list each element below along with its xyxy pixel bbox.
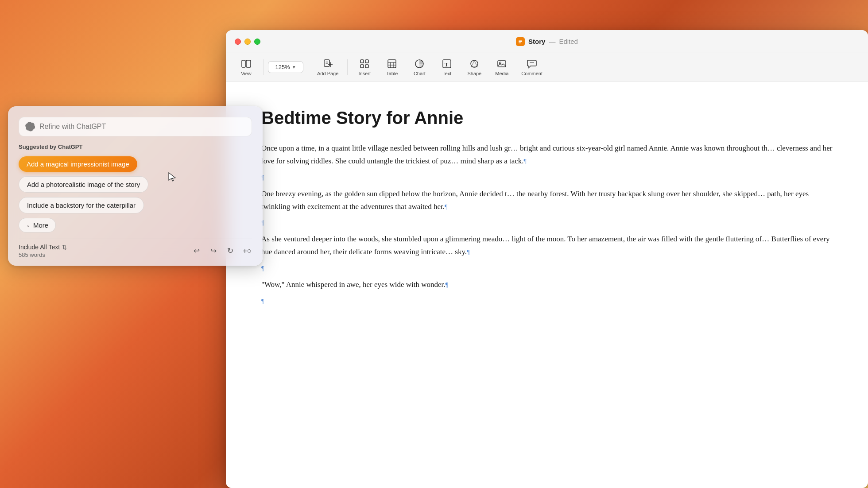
close-button[interactable] — [235, 39, 241, 45]
media-label: Media — [495, 71, 508, 76]
pilcrow-7: ¶ — [446, 282, 448, 288]
toolbar-view[interactable]: View — [234, 56, 259, 79]
chatgpt-panel: Suggested by ChatGPT Add a magical impre… — [8, 106, 263, 266]
svg-rect-25 — [498, 61, 506, 67]
doc-para-break-3: ¶ — [261, 262, 833, 275]
svg-rect-14 — [365, 65, 368, 68]
svg-marker-24 — [471, 61, 477, 67]
text-label: Text — [442, 71, 451, 76]
doc-title: Bedtime Story for Annie — [261, 108, 833, 128]
doc-para-3: As she ventured deeper into the woods, s… — [261, 233, 833, 259]
chevron-down-icon: ⌄ — [26, 222, 30, 228]
chatgpt-icon — [25, 122, 35, 132]
window-title-status: Edited — [559, 38, 578, 45]
chart-icon — [414, 58, 425, 69]
include-text-arrows: ⇅ — [62, 244, 67, 251]
shape-icon — [469, 58, 480, 69]
titlebar: Story — Edited — [226, 30, 868, 53]
zoom-chevron: ▼ — [292, 65, 296, 70]
more-button[interactable]: ⌄ More — [19, 218, 56, 232]
view-icon — [241, 58, 252, 69]
view-label: View — [241, 71, 252, 76]
maximize-button[interactable] — [254, 39, 260, 45]
word-count: 585 words — [19, 252, 67, 258]
pilcrow-5: ¶ — [467, 249, 469, 256]
toolbar-divider-2 — [308, 59, 308, 75]
add-page-label: Add Page — [317, 71, 338, 76]
table-label: Table — [386, 71, 398, 76]
suggestion-photorealistic-image[interactable]: Add a photorealistic image of the story — [19, 176, 148, 193]
doc-para-1: Once upon a time, in a quaint little vil… — [261, 142, 833, 168]
suggestion-backstory-caterpillar[interactable]: Include a backstory for the caterpillar — [19, 197, 144, 213]
insert-label: Insert — [359, 71, 371, 76]
doc-para-break-1: ¶ — [261, 171, 833, 184]
svg-point-26 — [500, 62, 501, 64]
chart-label: Chart — [414, 71, 426, 76]
toolbar-media[interactable]: Media — [489, 56, 514, 79]
suggestions-list: Add a magical impressionist image Add a … — [19, 156, 252, 232]
svg-text:T: T — [445, 62, 448, 68]
refine-input[interactable] — [39, 123, 245, 131]
svg-rect-12 — [365, 60, 368, 63]
doc-para-4: "Wow," Annie whispered in awe, her eyes … — [261, 279, 833, 291]
footer-icons: ↩ ↪ ↻ +○ — [192, 246, 252, 256]
add-page-icon — [322, 58, 333, 69]
pages-icon — [516, 37, 525, 46]
svg-rect-2 — [519, 41, 522, 42]
app-window: Story — Edited View 125% ▼ — [226, 30, 868, 488]
toolbar-text[interactable]: T Text — [434, 56, 459, 79]
doc-content[interactable]: Bedtime Story for Annie Once upon a time… — [226, 81, 868, 488]
table-icon — [387, 58, 397, 69]
toolbar-insert[interactable]: Insert — [352, 56, 377, 79]
toolbar-comment[interactable]: Comment — [517, 56, 547, 79]
window-title-area: Story — Edited — [516, 37, 578, 46]
window-title-name: Story — [528, 38, 545, 45]
doc-para-break-2: ¶ — [261, 217, 833, 229]
refresh-icon[interactable]: ↻ — [225, 246, 235, 256]
svg-rect-11 — [360, 60, 364, 63]
insert-icon — [359, 58, 370, 69]
svg-rect-5 — [246, 60, 251, 67]
svg-rect-4 — [242, 60, 245, 67]
toolbar-divider-3 — [347, 59, 348, 75]
traffic-lights — [235, 39, 260, 45]
svg-rect-3 — [519, 43, 521, 43]
toolbar-add-page[interactable]: Add Page — [313, 56, 343, 79]
toolbar-shape[interactable]: Shape — [462, 56, 487, 79]
toolbar-divider-1 — [263, 59, 264, 75]
toolbar: View 125% ▼ Add Page — [226, 53, 868, 81]
svg-rect-1 — [519, 40, 522, 41]
doc-para-break-4: ¶ — [261, 295, 833, 308]
suggested-label: Suggested by ChatGPT — [19, 143, 252, 150]
pilcrow-1: ¶ — [524, 158, 527, 165]
add-icon[interactable]: +○ — [242, 246, 252, 256]
doc-para-2: One breezy evening, as the golden sun di… — [261, 188, 833, 213]
comment-label: Comment — [521, 71, 542, 76]
minimize-button[interactable] — [244, 39, 251, 45]
refine-input-wrapper[interactable] — [19, 117, 252, 136]
pilcrow-8: ¶ — [261, 298, 264, 305]
toolbar-chart[interactable]: Chart — [407, 56, 432, 79]
svg-rect-15 — [388, 60, 396, 68]
toolbar-table[interactable]: Table — [380, 56, 404, 79]
zoom-value: 125% — [275, 64, 290, 70]
svg-rect-13 — [360, 65, 364, 68]
title-separator: — — [549, 38, 555, 45]
pilcrow-6: ¶ — [261, 265, 264, 272]
suggestion-magical-image[interactable]: Add a magical impressionist image — [19, 156, 137, 172]
pilcrow-3: ¶ — [445, 204, 447, 210]
zoom-control[interactable]: 125% ▼ — [268, 61, 303, 73]
text-icon: T — [442, 58, 452, 69]
comment-icon — [527, 58, 537, 69]
undo-icon[interactable]: ↩ — [192, 246, 202, 256]
panel-footer: Include All Text ⇅ 585 words ↩ ↪ ↻ +○ — [19, 239, 252, 258]
include-all-text[interactable]: Include All Text ⇅ — [19, 244, 67, 251]
shape-label: Shape — [467, 71, 481, 76]
redo-icon[interactable]: ↪ — [209, 246, 218, 256]
media-icon — [496, 58, 507, 69]
